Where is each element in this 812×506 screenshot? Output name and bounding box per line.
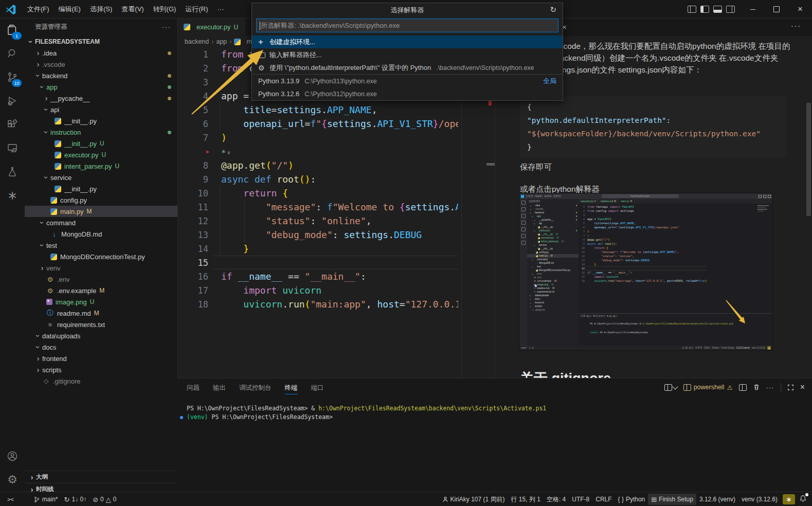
tree-item[interactable]: .idea: [25, 47, 177, 59]
toggle-secondary-sidebar-icon[interactable]: [726, 6, 735, 13]
source-control-icon[interactable]: 10: [0, 65, 25, 89]
terminal-output[interactable]: PS H:\OwnProject\FilesReadSysteam> & h:\…: [177, 404, 812, 492]
refresh-icon[interactable]: ↻: [550, 5, 556, 14]
scrollbar-thumb[interactable]: [806, 103, 811, 216]
tree-item[interactable]: .env.example M: [25, 285, 177, 296]
tree-item[interactable]: command: [25, 217, 177, 228]
code-line[interactable]: 9 ▶ ∗∨ async def root():: [177, 172, 458, 186]
menu-file[interactable]: 文件(F): [23, 4, 54, 15]
python-interpreter-item[interactable]: 3.12.6 (venv): [696, 494, 738, 505]
inline-ai-hint-icon[interactable]: ∗∨: [221, 147, 231, 156]
split-terminal-icon[interactable]: [739, 384, 747, 391]
quickpick-item[interactable]: 创建虚拟环境...: [252, 35, 563, 48]
testing-icon[interactable]: [0, 160, 25, 184]
finish-setup-item[interactable]: ⊞Finish Setup: [648, 494, 696, 505]
menu-go[interactable]: 转到(G): [149, 4, 181, 15]
tree-item[interactable]: docs: [25, 341, 177, 353]
tree-item[interactable]: MongoDBConnectionTest.py: [25, 251, 177, 262]
cursor-position-item[interactable]: 行 15, 列 1: [508, 494, 544, 505]
maximize-panel-icon[interactable]: [787, 384, 794, 391]
code-line[interactable]: 16 ▶ ∗∨ if __name__ == "__main__":: [177, 269, 458, 283]
panel-tab[interactable]: 调试控制台: [239, 378, 272, 397]
accounts-icon[interactable]: [0, 444, 25, 468]
problems-item[interactable]: ⊘0 △0: [89, 494, 119, 505]
tree-item[interactable]: requirements.txt: [25, 319, 177, 330]
tree-item[interactable]: frontend: [25, 353, 177, 364]
tree-item[interactable]: __pycache__: [25, 93, 177, 104]
tree-item[interactable]: intent_parser.py U: [25, 160, 177, 172]
menu-selection[interactable]: 选择(S): [85, 4, 117, 15]
code-line[interactable]: ▶ ∗∨: [177, 144, 458, 158]
quickpick-item[interactable]: 使用 \"python.defaultInterpreterPath\" 设置中…: [252, 61, 563, 74]
tree-item[interactable]: data\uploads: [25, 330, 177, 341]
toggle-panel-icon[interactable]: [713, 6, 722, 13]
minimap-slider[interactable]: [486, 163, 495, 166]
tree-item[interactable]: .env: [25, 274, 177, 285]
minimize-button[interactable]: ─: [741, 0, 765, 18]
tree-item[interactable]: app: [25, 81, 177, 93]
tree-item[interactable]: scripts: [25, 364, 177, 375]
remote-indicator[interactable]: ><: [4, 494, 17, 505]
tree-item[interactable]: main.py M: [25, 206, 177, 217]
tree-item[interactable]: readme.md M: [25, 308, 177, 319]
customize-layout-icon[interactable]: [688, 6, 696, 13]
close-panel-icon[interactable]: ×: [800, 383, 805, 392]
tab-executor-py[interactable]: executor.py U: [177, 18, 245, 36]
more-actions-icon[interactable]: ···: [766, 384, 774, 391]
panel-tab[interactable]: 问题: [187, 378, 200, 397]
tree-item[interactable]: image.png U: [25, 296, 177, 308]
maximize-button[interactable]: [765, 0, 788, 18]
extensions-icon[interactable]: [0, 113, 25, 136]
quickpick-item[interactable]: Python 3.13.9 C:\Python313\python.exe 全局: [252, 74, 563, 87]
breadcrumb-item[interactable]: backend: [185, 38, 209, 45]
tree-item[interactable]: service: [25, 172, 177, 183]
code-line[interactable]: 18 ▶ ∗∨ uvicorn.run("main:app", host="12…: [177, 297, 458, 311]
language-mode-item[interactable]: { }Python: [615, 494, 648, 505]
interpreter-input[interactable]: 所选解释器: .\backend\venv\Scripts\python.exe: [256, 19, 558, 32]
code-line[interactable]: 7 ▶ ∗∨ ): [177, 131, 458, 144]
explorer-more-actions-icon[interactable]: ···: [162, 24, 172, 31]
panel-tab[interactable]: 终端: [285, 378, 298, 397]
code-line[interactable]: 17 ▶ ∗∨ import uvicorn: [177, 283, 458, 297]
tree-item[interactable]: __init__.py U: [25, 138, 177, 149]
code-line[interactable]: 15 ▶ ∗∨: [177, 256, 458, 269]
tree-item[interactable]: MongoDB.md: [25, 228, 177, 240]
notifications-bell-icon[interactable]: [799, 495, 807, 504]
tree-root-folder[interactable]: FILESREADSYSTEAM: [25, 36, 177, 47]
settings-gear-icon[interactable]: ⚙: [0, 468, 25, 492]
menu-edit[interactable]: 编辑(E): [54, 4, 85, 15]
panel-tab[interactable]: 端口: [311, 378, 324, 397]
tree-item[interactable]: venv: [25, 262, 177, 274]
remote-explorer-icon[interactable]: [0, 136, 25, 160]
git-sync-item[interactable]: ↻1↓ 0↑: [61, 494, 90, 505]
tree-item[interactable]: api: [25, 104, 177, 115]
terminal-instance-item[interactable]: powershell ⚠: [683, 384, 733, 391]
encoding-item[interactable]: UTF-8: [569, 494, 592, 505]
blame-item[interactable]: KiriAky 107 (1 周前): [439, 494, 508, 505]
tree-item[interactable]: __init__.py: [25, 115, 177, 127]
editor-actions-more-icon[interactable]: ···: [791, 22, 801, 30]
close-button[interactable]: ×: [788, 0, 812, 18]
tree-item[interactable]: instruction: [25, 127, 177, 138]
search-icon[interactable]: [0, 42, 25, 65]
quickpick-item[interactable]: Python 3.12.6 C:\Python312\python.exe: [252, 87, 563, 100]
ai-extension-status-icon[interactable]: ∗: [783, 494, 795, 504]
outline-section[interactable]: 大纲: [25, 471, 177, 483]
launch-profile-icon[interactable]: [664, 384, 677, 391]
venv-item[interactable]: venv (3.12.6): [738, 494, 781, 505]
breadcrumb-item[interactable]: app: [216, 38, 227, 45]
tree-item[interactable]: config.py: [25, 194, 177, 206]
tree-item[interactable]: test: [25, 240, 177, 251]
ai-extension-icon[interactable]: ∗: [0, 184, 25, 207]
explorer-icon[interactable]: 1: [0, 18, 25, 42]
tree-item[interactable]: .vscode: [25, 59, 177, 70]
quickpick-item[interactable]: 输入解释器路径...: [252, 48, 563, 61]
git-branch-item[interactable]: main*: [30, 494, 61, 505]
code-line[interactable]: 8 ▶ ∗∨ @app.get("/"): [177, 158, 458, 172]
tree-item[interactable]: executor.py U: [25, 149, 177, 160]
menu-more[interactable]: ···: [212, 4, 228, 15]
eol-item[interactable]: CRLF: [592, 494, 615, 505]
toggle-sidebar-icon[interactable]: [700, 6, 709, 13]
panel-tab[interactable]: 输出: [213, 378, 226, 397]
tree-item[interactable]: .gitignore: [25, 375, 177, 387]
